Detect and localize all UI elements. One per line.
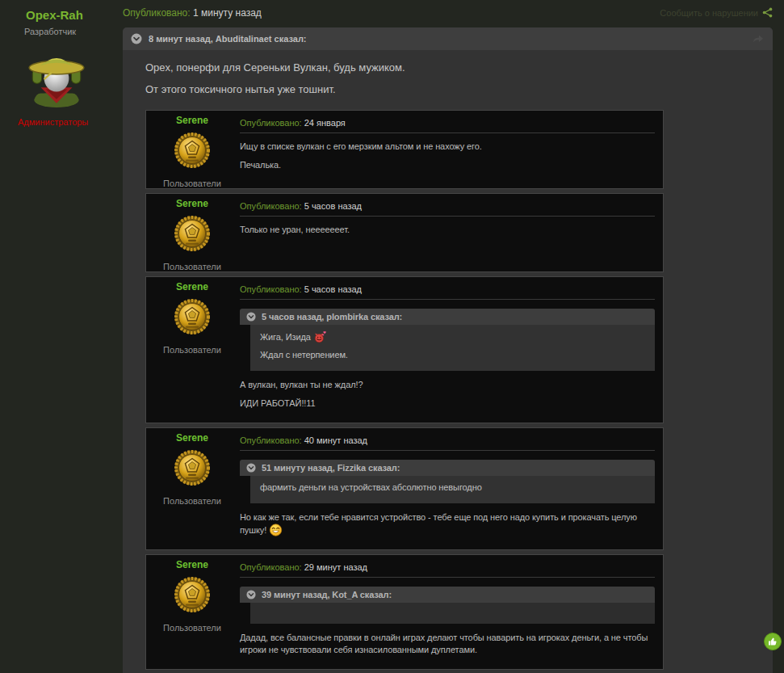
member-quote-text: 51 минуту назад, Fizzika сказал: фармить…: [240, 451, 655, 536]
member-username-link[interactable]: Serene: [176, 559, 208, 570]
gold-medal-avatar-icon[interactable]: [174, 574, 211, 615]
quote-line: Opex, понерфи для Сереньки Вулкан, будь …: [145, 61, 750, 74]
member-username-link[interactable]: Serene: [176, 198, 208, 209]
nested-quote-header[interactable]: 39 минут назад, Kot_A сказал:: [240, 587, 655, 603]
published-label: Опубликовано:: [123, 7, 191, 19]
published-time: 29 минут назад: [304, 562, 367, 572]
nested-quote-line: фармить деньги на устройствах абсолютно …: [260, 482, 645, 494]
nested-quote-line: Ждал с нетерпением.: [260, 349, 645, 361]
member-quote-text: Только не уран, нееееееет.: [240, 217, 655, 236]
member-info-column: Serene Пользователи: [146, 111, 238, 188]
nested-quote-block: 39 минут назад, Kot_A сказал:: [240, 587, 655, 624]
gold-medal-avatar-icon[interactable]: [174, 297, 211, 337]
quote-line: Ищу в списке вулкан с его мерзким альтом…: [240, 141, 655, 153]
member-quote-content: Опубликовано: 5 часов назад Только не ур…: [238, 194, 663, 271]
member-info-column: Serene Пользователи: [146, 555, 238, 669]
quote-line: А вулкан, вулкан ты не ждал!?: [240, 379, 655, 391]
nested-quote-title: 51 минуту назад, Fizzika сказал:: [262, 463, 400, 473]
author-username-link[interactable]: Opex-Rah: [26, 8, 123, 22]
published-label: Опубликовано:: [240, 118, 302, 128]
nested-quote-line: Жига, Изида: [260, 330, 645, 343]
published-label: Опубликовано:: [240, 201, 302, 211]
reply-arrow-icon[interactable]: [752, 34, 765, 44]
nested-quote-block: 5 часов назад, plombirka сказал: Жига, И…: [240, 309, 655, 371]
member-quote-text: 39 минут назад, Kot_A сказал: Дадад, все…: [240, 578, 655, 656]
member-username-link[interactable]: Serene: [176, 432, 208, 444]
gold-medal-avatar-icon[interactable]: [174, 130, 211, 170]
member-quote-content: Опубликовано: 5 часов назад 5 часов наза…: [238, 277, 663, 423]
gold-medal-avatar-icon[interactable]: [174, 448, 211, 488]
main-quote-body: Opex, понерфи для Сереньки Вулкан, будь …: [123, 50, 773, 673]
author-role: Разработчик: [24, 27, 123, 36]
main-quote-block: 8 минут назад, Abuditalinaet сказал: Ope…: [123, 27, 773, 673]
gold-medal-avatar-icon[interactable]: [174, 213, 211, 254]
member-group: Пользователи: [163, 623, 221, 633]
nested-quote-header[interactable]: 51 минуту назад, Fizzika сказал:: [240, 460, 655, 476]
chevron-down-icon[interactable]: [246, 312, 256, 322]
member-username-link[interactable]: Serene: [176, 115, 208, 126]
member-quote-content: Опубликовано: 24 января Ищу в списке вул…: [238, 111, 663, 188]
member-quote-block: Serene Пользователи Опубликовано: 40 мин…: [145, 427, 664, 550]
published-time: 40 минут назад: [304, 435, 367, 445]
helmet-soldier-avatar-icon[interactable]: [27, 46, 86, 107]
member-quote-block: Serene Пользователи Опубликовано: 5 часо…: [145, 276, 664, 423]
quote-line: Но как же так, если тебе нравится устрой…: [240, 511, 655, 536]
quote-line: Только не уран, нееееееет.: [240, 224, 655, 236]
nested-quote-text: Жига, Изида: [260, 332, 311, 342]
main-quote-title: 8 минут назад, Abuditalinaet сказал:: [149, 34, 307, 44]
forum-post-page: Opex-Rah Разработчик Администраторы Опуб…: [0, 0, 784, 673]
thumbs-up-badge[interactable]: [764, 633, 782, 650]
nested-quote-body-empty: [250, 603, 655, 624]
quote-line: Печалька.: [240, 159, 655, 171]
quote-text: Но как же так, если тебе нравится устрой…: [240, 512, 637, 535]
published-label: Опубликовано:: [240, 284, 302, 294]
nested-quote-body: Жига, Изида Ждал с нетерпением.: [250, 325, 655, 371]
report-abuse-link[interactable]: Сообщить о нарушении: [660, 8, 758, 18]
nested-quote-title: 39 минут назад, Kot_A сказал:: [262, 590, 392, 599]
chevron-down-icon[interactable]: [246, 590, 256, 599]
grin-emoji: [269, 524, 283, 536]
chevron-down-icon[interactable]: [246, 463, 256, 473]
member-group: Пользователи: [163, 179, 221, 188]
author-sidebar: Opex-Rah Разработчик Администраторы: [0, 0, 123, 127]
member-quote-block: Serene Пользователи Опубликовано: 29 мин…: [145, 554, 664, 670]
nested-quote-header[interactable]: 5 часов назад, plombirka сказал:: [240, 309, 655, 325]
author-group: Администраторы: [18, 117, 123, 127]
published-time: 1 минуту назад: [193, 7, 262, 19]
member-quotes-list: Serene Пользователи Опубликовано: 24 янв…: [145, 110, 750, 670]
member-info-column: Serene Пользователи: [146, 194, 238, 271]
share-icon[interactable]: [762, 7, 773, 18]
member-quote-text: Ищу в списке вулкан с его мерзким альтом…: [240, 133, 655, 171]
member-published-row: Опубликовано: 40 минут назад: [240, 432, 655, 451]
nested-quote-body: фармить деньги на устройствах абсолютно …: [250, 476, 655, 503]
post-meta-row: Опубликовано: 1 минуту назад Сообщить о …: [123, 0, 773, 27]
published-time: 5 часов назад: [304, 201, 362, 211]
member-info-column: Serene Пользователи: [146, 428, 238, 549]
published-time: 5 часов назад: [304, 284, 362, 294]
quote-line: Дадад, все балансные правки в онлайн игр…: [240, 632, 655, 656]
quote-line: От этого токсичного нытья уже тошнит.: [145, 83, 750, 95]
published-time: 24 января: [304, 118, 346, 128]
devil-love-emoji: [313, 330, 327, 343]
thumbs-up-icon: [768, 637, 778, 646]
published-label: Опубликовано:: [240, 435, 302, 445]
member-quote-text: 5 часов назад, plombirka сказал: Жига, И…: [240, 300, 655, 410]
member-published-row: Опубликовано: 24 января: [240, 115, 655, 133]
post-content-column: Опубликовано: 1 минуту назад Сообщить о …: [123, 0, 773, 673]
quote-line: ИДИ РАБОТАЙ!!11: [240, 397, 655, 410]
member-group: Пользователи: [163, 262, 221, 271]
member-published-row: Опубликовано: 5 часов назад: [240, 281, 655, 300]
member-group: Пользователи: [163, 496, 221, 506]
member-quote-content: Опубликовано: 29 минут назад 39 минут на…: [238, 555, 663, 669]
member-quote-block: Serene Пользователи Опубликовано: 5 часо…: [145, 193, 664, 272]
chevron-down-icon[interactable]: [131, 33, 142, 44]
main-quote-header[interactable]: 8 минут назад, Abuditalinaet сказал:: [123, 27, 773, 50]
member-quote-content: Опубликовано: 40 минут назад 51 минуту н…: [238, 428, 663, 549]
nested-quote-block: 51 минуту назад, Fizzika сказал: фармить…: [240, 460, 655, 503]
member-group: Пользователи: [163, 345, 221, 355]
member-info-column: Serene Пользователи: [146, 277, 238, 423]
member-username-link[interactable]: Serene: [176, 281, 208, 292]
published-label: Опубликовано:: [240, 562, 302, 572]
nested-quote-title: 5 часов назад, plombirka сказал:: [262, 312, 402, 322]
member-quote-block: Serene Пользователи Опубликовано: 24 янв…: [145, 110, 664, 189]
